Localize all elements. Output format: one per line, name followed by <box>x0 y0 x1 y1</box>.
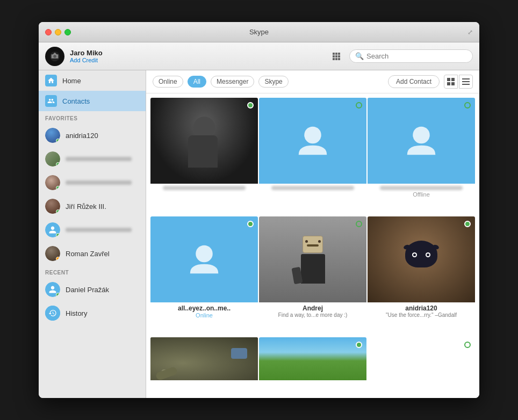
app-window: Skype ⤢ Jaro Miko Add Credit <box>39 22 479 398</box>
avatar-daniel <box>45 282 60 297</box>
svg-rect-16 <box>462 81 470 82</box>
status-dot-card8 <box>356 342 362 348</box>
svg-point-19 <box>413 127 430 144</box>
card6-status: "Use the force...rry." –Gandalf <box>370 312 473 318</box>
filter-online[interactable]: Online <box>153 76 183 88</box>
contact-card-8[interactable] <box>259 337 366 394</box>
sidebar-item-home[interactable]: Home <box>39 70 146 91</box>
expand-icon[interactable]: ⤢ <box>467 28 473 36</box>
sidebar-item-anidria120[interactable]: anidria120 <box>39 124 146 147</box>
svg-rect-13 <box>447 82 450 85</box>
contact-card-7[interactable] <box>150 337 258 394</box>
status-dot-daniel <box>56 293 60 297</box>
sidebar-item-history[interactable]: History <box>39 301 146 325</box>
search-bar[interactable]: 🔍 <box>349 49 473 63</box>
status-dot-fav5 <box>56 233 60 237</box>
contact-card-6[interactable]: anidria120 "Use the force...rry." –Ganda… <box>368 216 475 336</box>
contact-name-anidria120: anidria120 <box>66 132 98 140</box>
card3-status: Offline <box>370 191 473 198</box>
sidebar: Home Contacts FAVORITES anidria120 <box>39 70 146 398</box>
svg-rect-10 <box>338 58 340 60</box>
search-input[interactable] <box>366 52 467 60</box>
contacts-toolbar: Online All Messenger Skype Add Contact <box>146 70 479 93</box>
card6-info: anidria120 "Use the force...rry." –Ganda… <box>368 302 475 322</box>
avatar-jiri <box>45 199 60 214</box>
contact-card-9[interactable] <box>368 337 475 394</box>
user-name: Jaro Miko <box>70 49 103 57</box>
svg-rect-5 <box>333 55 335 57</box>
status-dot-card5 <box>356 221 362 227</box>
status-dot-card9 <box>464 342 471 348</box>
svg-rect-17 <box>462 84 470 85</box>
svg-point-18 <box>304 127 321 144</box>
avatar-roman <box>45 246 60 261</box>
svg-point-1 <box>53 55 56 58</box>
minimize-button[interactable] <box>55 29 61 35</box>
sidebar-contacts-label: Contacts <box>62 97 90 105</box>
sidebar-item-contacts[interactable]: Contacts <box>39 91 146 111</box>
contact-card-1[interactable] <box>150 98 258 215</box>
status-dot-anidria120 <box>56 139 60 143</box>
svg-rect-3 <box>335 53 337 55</box>
search-icon: 🔍 <box>355 52 364 60</box>
window-title: Skype <box>249 28 269 36</box>
svg-point-20 <box>196 245 213 263</box>
sidebar-item-daniel[interactable]: Daniel Pražák <box>39 278 146 301</box>
list-view-button[interactable] <box>459 75 473 89</box>
status-dot-card4 <box>247 221 254 227</box>
card2-name-blur <box>271 186 354 190</box>
grid-view-button[interactable] <box>444 75 458 89</box>
close-button[interactable] <box>45 29 52 35</box>
maximize-button[interactable] <box>64 29 71 35</box>
status-dot-fav3 <box>56 186 60 190</box>
sidebar-item-jiri[interactable]: Jiří Růžek III. <box>39 194 146 218</box>
contact-card-4[interactable]: all..eyez..on..me.. Online <box>150 216 258 336</box>
filter-all[interactable]: All <box>188 76 206 88</box>
history-icon <box>45 306 60 321</box>
contact-card-3[interactable]: Offline <box>368 98 475 215</box>
toolbar: Jaro Miko Add Credit 🔍 <box>39 42 479 70</box>
avatar-fav2 <box>45 151 60 166</box>
avatar-anidria120 <box>45 128 60 143</box>
svg-rect-2 <box>333 53 335 55</box>
add-contact-button[interactable]: Add Contact <box>388 75 440 88</box>
user-credit-link[interactable]: Add Credit <box>70 57 103 63</box>
sidebar-item-fav2[interactable] <box>39 147 146 171</box>
traffic-lights <box>45 29 71 35</box>
filter-skype[interactable]: Skype <box>258 76 288 88</box>
card1-name-blur <box>163 186 246 190</box>
svg-rect-4 <box>338 53 340 55</box>
view-toggle <box>444 75 473 89</box>
svg-rect-9 <box>335 58 337 60</box>
contact-card-2[interactable] <box>259 98 366 215</box>
apps-grid-icon[interactable] <box>329 49 344 64</box>
card2-info <box>259 184 366 195</box>
status-dot-card2 <box>356 102 362 108</box>
card5-status: Find a way, to...e more day :) <box>261 312 364 318</box>
card4-status: Online <box>153 312 256 318</box>
status-dot-card3 <box>464 102 471 108</box>
svg-rect-8 <box>333 58 335 60</box>
sidebar-home-label: Home <box>62 77 81 85</box>
card4-name: all..eyez..on..me.. <box>153 305 256 312</box>
recent-section-label: RECENT <box>39 265 146 278</box>
card6-name: anidria120 <box>370 305 473 312</box>
filter-messenger[interactable]: Messenger <box>211 76 254 88</box>
sidebar-item-fav5[interactable] <box>39 218 146 242</box>
status-dot-jiri <box>56 209 60 214</box>
card3-name-blur <box>380 186 463 190</box>
status-dot-card6 <box>464 221 471 227</box>
sidebar-item-roman[interactable]: Roman Zavřel <box>39 242 146 265</box>
card1-info <box>150 184 258 195</box>
svg-rect-6 <box>335 55 337 57</box>
contacts-grid: Offline all..eyez..on..me.. Online <box>146 93 479 398</box>
contact-name-roman: Roman Zavřel <box>66 250 110 258</box>
content-area: Online All Messenger Skype Add Contact <box>146 70 479 398</box>
status-dot-card1 <box>247 102 254 108</box>
card5-info: Andrej Find a way, to...e more day :) <box>259 302 366 322</box>
contact-card-5[interactable]: Andrej Find a way, to...e more day :) <box>259 216 366 336</box>
titlebar: Skype ⤢ <box>39 22 479 42</box>
svg-rect-7 <box>338 55 340 57</box>
card5-name: Andrej <box>261 305 364 312</box>
sidebar-item-fav3[interactable] <box>39 171 146 194</box>
